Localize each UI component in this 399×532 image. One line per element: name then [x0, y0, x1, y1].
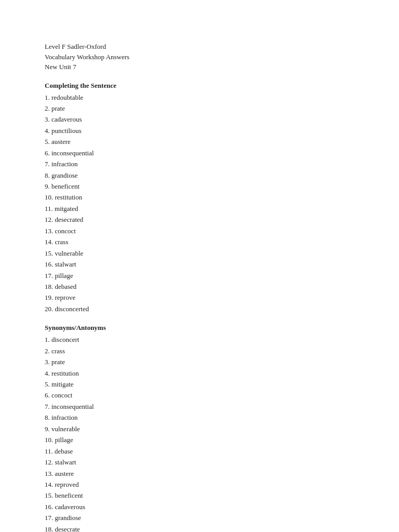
list-item: 3. prate	[45, 356, 354, 367]
list-item: 12. desecrated	[45, 214, 354, 225]
header-block: Level F Sadler-Oxford Vocabulary Worksho…	[45, 42, 354, 72]
header-line3: New Unit 7	[45, 62, 354, 72]
header-line1: Level F Sadler-Oxford	[45, 42, 354, 52]
completing-list: 1. redoubtable2. prate3. cadaverous4. pu…	[45, 92, 354, 315]
list-item: 17. pillage	[45, 270, 354, 281]
list-item: 13. austere	[45, 468, 354, 479]
list-item: 12. stalwart	[45, 457, 354, 468]
list-item: 6. inconsequential	[45, 148, 354, 158]
list-item: 17. grandiose	[45, 512, 354, 523]
list-item: 19. reprove	[45, 292, 354, 303]
list-item: 15. vulnerable	[45, 248, 354, 259]
list-item: 7. inconsequential	[45, 401, 354, 412]
list-item: 8. grandiose	[45, 170, 354, 181]
list-item: 11. debase	[45, 446, 354, 457]
list-item: 4. punctilious	[45, 125, 354, 136]
list-item: 1. disconcert	[45, 334, 354, 345]
list-item: 7. infraction	[45, 158, 354, 169]
list-item: 5. mitigate	[45, 379, 354, 390]
list-item: 8. infraction	[45, 412, 354, 423]
list-item: 10. pillage	[45, 434, 354, 445]
list-item: 18. debased	[45, 281, 354, 292]
list-item: 9. vulnerable	[45, 423, 354, 434]
list-item: 11. mitgated	[45, 203, 354, 214]
list-item: 20. disconcerted	[45, 303, 354, 314]
list-item: 14. reproved	[45, 479, 354, 490]
list-item: 9. beneficent	[45, 181, 354, 192]
completing-section: Completing the Sentence 1. redoubtable2.…	[45, 82, 354, 315]
list-item: 2. crass	[45, 345, 354, 356]
synonyms-section: Synonyms/Antonyms 1. disconcert2. crass3…	[45, 324, 354, 532]
list-item: 4. restitution	[45, 368, 354, 379]
synonyms-title: Synonyms/Antonyms	[45, 324, 354, 332]
list-item: 14. crass	[45, 236, 354, 247]
list-item: 5. austere	[45, 136, 354, 147]
list-item: 13. concoct	[45, 225, 354, 236]
list-item: 1. redoubtable	[45, 92, 354, 103]
synonyms-list: 1. disconcert2. crass3. prate4. restitut…	[45, 334, 354, 532]
list-item: 6. concoct	[45, 390, 354, 401]
list-item: 15. beneficent	[45, 490, 354, 501]
list-item: 2. prate	[45, 103, 354, 114]
list-item: 18. desecrate	[45, 524, 354, 532]
list-item: 3. cadaverous	[45, 114, 354, 125]
list-item: 10. restitution	[45, 192, 354, 203]
list-item: 16. stalwart	[45, 259, 354, 270]
header-line2: Vocabulary Workshop Answers	[45, 52, 354, 62]
completing-title: Completing the Sentence	[45, 82, 354, 90]
list-item: 16. cadaverous	[45, 501, 354, 512]
